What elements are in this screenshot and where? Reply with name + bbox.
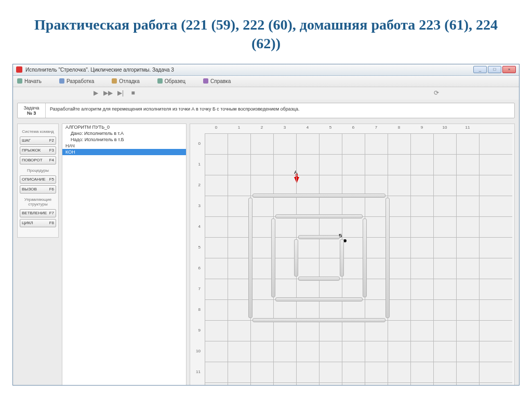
axis-x-tick: 0	[205, 125, 228, 132]
axis-y-tick: 5	[191, 237, 203, 258]
wall-segment	[248, 198, 252, 318]
code-line-selected[interactable]: КОН	[62, 149, 186, 155]
axis-y: 01234567891011	[191, 133, 203, 386]
axis-x: 01234567891011	[205, 125, 512, 132]
axis-x-tick: 6	[342, 125, 365, 132]
cmd-group-proc: Процедуры	[20, 168, 56, 173]
toolbar: ▶ ▶▶ ▶| ■ ⟳	[13, 87, 519, 100]
tool-icon[interactable]: ⟳	[432, 89, 441, 98]
axis-x-tick: 11	[456, 125, 479, 132]
skip-end-icon[interactable]: ▶|	[116, 89, 125, 98]
maximize-button[interactable]: □	[488, 66, 501, 73]
wall-segment	[275, 297, 363, 301]
wall-segment	[340, 239, 344, 277]
cmd-desc[interactable]: ОПИСАНИЕF5	[20, 175, 56, 184]
code-line: Дано: Исполнитель в т.А	[62, 130, 186, 136]
axis-y-tick: 2	[191, 175, 203, 196]
cmd-step[interactable]: ШАГF2	[20, 136, 56, 145]
axis-y-tick: 4	[191, 216, 203, 237]
executor-arrow-icon	[294, 177, 299, 183]
menu-start[interactable]: Начать	[17, 78, 42, 84]
axis-y-tick: 11	[191, 362, 203, 382]
slide-title: Практическая работа (221 (59), 222 (60),…	[0, 0, 532, 64]
minimize-button[interactable]: _	[473, 66, 487, 73]
commands-panel: Система команд ШАГF2 ПРЫЖОКF3 ПОВОРОТF4 …	[17, 123, 59, 238]
menu-help[interactable]: Справка	[203, 78, 231, 84]
app-icon	[16, 66, 22, 73]
axis-x-tick: 4	[296, 125, 319, 132]
menu-sample[interactable]: Образец	[157, 78, 185, 84]
wall-segment	[298, 235, 340, 239]
task-label: Задача № 3	[18, 103, 46, 118]
cmd-jump[interactable]: ПРЫЖОКF3	[20, 146, 56, 155]
axis-y-tick: 6	[191, 258, 203, 279]
play-icon[interactable]: ▶	[91, 89, 100, 98]
grid-canvas[interactable]: А Б	[205, 133, 512, 386]
wall-segment	[385, 198, 390, 318]
stop-icon[interactable]: ■	[128, 89, 138, 98]
wall-segment	[252, 194, 385, 198]
menubar: Начать Разработка Отладка Образец Справк…	[13, 76, 519, 87]
axis-y-tick: 7	[191, 279, 203, 299]
cmd-turn[interactable]: ПОВОРОТF4	[20, 156, 56, 164]
grid-panel[interactable]: 01234567891011 01234567891011 А Б	[190, 123, 515, 386]
cmd-cycle[interactable]: ЦИКЛF8	[20, 219, 56, 227]
axis-x-tick: 2	[250, 125, 273, 132]
axis-x-tick: 8	[388, 125, 410, 132]
task-row: Задача № 3 Разработайте алгоритм для пер…	[17, 103, 515, 118]
axis-x-tick: 7	[365, 125, 388, 132]
axis-x-tick: 5	[319, 125, 342, 132]
axis-y-tick: 10	[191, 341, 203, 362]
axis-x-tick: 1	[228, 125, 250, 132]
wall-segment	[271, 218, 275, 297]
axis-y-tick: 1	[191, 154, 203, 175]
titlebar[interactable]: Исполнитель "Стрелочка". Циклические алг…	[13, 64, 519, 76]
code-line: АЛГОРИТМ ПУТЬ_0	[62, 124, 186, 130]
menu-debug[interactable]: Отладка	[112, 78, 140, 84]
app-window: Исполнитель "Стрелочка". Циклические алг…	[12, 64, 520, 386]
cmd-group-ctrl: Управляющие структуры	[20, 197, 56, 207]
window-title: Исполнитель "Стрелочка". Циклические алг…	[25, 67, 174, 73]
axis-y-tick: 8	[191, 299, 203, 320]
wall-segment	[298, 277, 340, 281]
wall-segment	[294, 239, 298, 277]
fast-forward-icon[interactable]: ▶▶	[103, 89, 113, 98]
menu-dev[interactable]: Разработка	[59, 78, 94, 84]
axis-x-tick: 3	[273, 125, 296, 132]
close-button[interactable]: ×	[502, 66, 516, 73]
wall-segment	[252, 318, 385, 322]
wall-segment	[363, 218, 367, 297]
task-text: Разработайте алгоритм для перемещения ис…	[46, 103, 514, 118]
wall-segment	[275, 214, 363, 218]
cmd-call[interactable]: ВЫЗОВF6	[20, 185, 56, 194]
code-panel[interactable]: АЛГОРИТМ ПУТЬ_0 Дано: Исполнитель в т.А …	[62, 123, 187, 386]
axis-y-tick: 0	[191, 133, 203, 154]
axis-x-tick: 10	[433, 125, 456, 132]
axis-y-tick: 9	[191, 320, 203, 341]
axis-x-tick: 9	[410, 125, 433, 132]
code-line: НАЧ	[62, 143, 186, 149]
window-controls: _ □ ×	[473, 66, 516, 73]
axis-y-tick: 3	[191, 196, 203, 216]
main-area: Система команд ШАГF2 ПРЫЖОКF3 ПОВОРОТF4 …	[13, 121, 519, 386]
cmd-branch[interactable]: ВЕТВЛЕНИЕF7	[20, 209, 56, 217]
cmd-group-system: Система команд	[20, 129, 56, 134]
code-line: Надо: Исполнитель в т.Б	[62, 136, 186, 143]
